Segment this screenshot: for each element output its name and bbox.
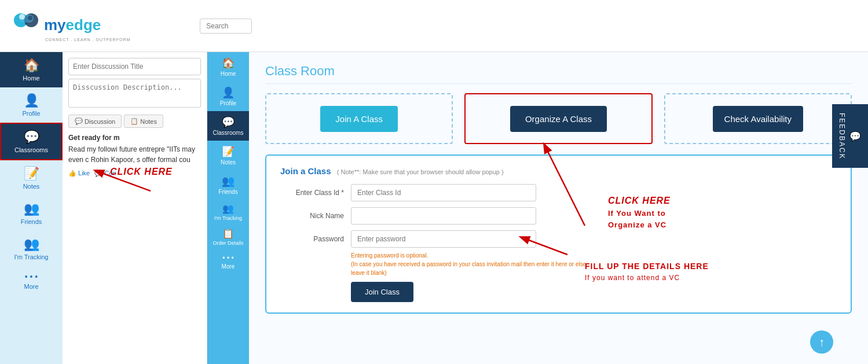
ss-item-order[interactable]: 📋 Order Details <box>207 225 249 249</box>
profile-icon: 👤 <box>24 93 39 108</box>
check-availability-button[interactable]: Check Availability <box>713 106 803 132</box>
discussion-desc-input[interactable] <box>68 79 201 108</box>
ss-item-tracking[interactable]: 👥 I'm Tracking <box>207 200 249 225</box>
join-class-submit-button[interactable]: Join Class <box>351 282 413 302</box>
feedback-tab[interactable]: 💬 FEEDBACK <box>832 104 868 168</box>
logo-edge: edge <box>66 16 101 34</box>
feedback-chat-icon: 💬 <box>849 131 862 142</box>
sidebar-item-profile[interactable]: 👤 Profile <box>0 87 63 123</box>
password-label: Password <box>280 235 344 243</box>
home-icon: 🏠 <box>24 58 39 73</box>
svg-point-3 <box>19 14 25 20</box>
password-hint: Entering password is optional. (In case … <box>351 251 594 277</box>
notes-tab-label: Notes <box>140 118 157 125</box>
ss-classrooms-label: Classrooms <box>213 130 244 136</box>
ss-home-label: Home <box>221 71 236 77</box>
ss-notes-label: Notes <box>221 159 236 166</box>
ss-item-home[interactable]: 🏠 Home <box>207 52 249 82</box>
sidebar-more-label: More <box>24 283 38 290</box>
logo-my: my <box>44 16 66 34</box>
sidebar-item-tracking[interactable]: 👥 I'm Tracking <box>0 231 63 266</box>
upload-button[interactable]: ↑ <box>810 330 833 354</box>
sidebar-home-label: Home <box>23 75 39 82</box>
search-input[interactable] <box>200 19 252 34</box>
tab-discussion[interactable]: 💬 Discussion <box>68 115 122 128</box>
organize-class-option[interactable]: Organize A Class <box>464 93 652 144</box>
logo-tagline: CONNECT . LEARN . OUTPERFORM <box>45 38 130 42</box>
sidebar-item-more[interactable]: • • • More <box>0 266 63 296</box>
page-title: Class Room <box>265 64 852 84</box>
ss-order-icon: 📋 <box>222 228 234 239</box>
ss-item-profile[interactable]: 👤 Profile <box>207 82 249 111</box>
ss-item-notes[interactable]: 📝 Notes <box>207 141 249 170</box>
ss-friends-icon: 👥 <box>222 175 235 187</box>
join-form: Join a Class ( Note**: Make sure that yo… <box>265 155 852 314</box>
main-content: Class Room Join A Class Organize A Class… <box>249 52 868 364</box>
sidebar-tracking-label: I'm Tracking <box>14 253 49 260</box>
logo: myedge CONNECT . LEARN . OUTPERFORM <box>9 10 130 42</box>
ss-friends-label: Friends <box>218 189 237 195</box>
join-class-option[interactable]: Join A Class <box>265 93 453 144</box>
sidebar-item-classrooms[interactable]: 💬 Classrooms <box>0 123 63 160</box>
logo-icon <box>9 10 43 40</box>
tab-notes[interactable]: 📋 Notes <box>124 115 163 128</box>
password-input[interactable] <box>351 230 536 248</box>
ss-notes-icon: 📝 <box>222 145 235 158</box>
svg-point-4 <box>28 16 32 20</box>
post-body: Read my followi future entrepre "IITs ma… <box>68 144 201 165</box>
middle-panel: 💬 Discussion 📋 Notes Get ready for m Rea… <box>63 52 207 364</box>
discussion-tab-icon: 💬 <box>75 117 83 125</box>
ss-more-icon: • • • <box>222 254 233 262</box>
join-form-title: Join a Class <box>280 166 331 176</box>
upload-icon: ↑ <box>819 336 825 349</box>
sidebar-notes-label: Notes <box>23 183 40 190</box>
fill-up-annotation: FILL UP THE DETAILS HERE If you want to … <box>585 260 709 283</box>
ss-classrooms-icon: 💬 <box>222 116 235 128</box>
check-availability-option[interactable]: Check Availability <box>664 93 852 144</box>
click-here-annotation-1: CLICK HERE <box>110 167 173 177</box>
like-button[interactable]: 👍 Like <box>68 170 90 177</box>
ss-home-icon: 🏠 <box>222 57 235 69</box>
ss-item-friends[interactable]: 👥 Friends <box>207 170 249 200</box>
ss-tracking-icon: 👥 <box>222 203 234 214</box>
ss-item-classrooms[interactable]: 💬 Classrooms <box>207 111 249 141</box>
nick-name-label: Nick Name <box>280 212 344 220</box>
join-class-button[interactable]: Join A Class <box>320 106 398 132</box>
second-sidebar: 🏠 Home 👤 Profile 💬 Classrooms 📝 Notes 👥 … <box>207 52 249 364</box>
post-title: Get ready for m <box>68 134 201 142</box>
click-here-annotation-2: CLICK HERE If You Want to Organize a VC <box>608 194 671 230</box>
discussion-title-input[interactable] <box>68 58 201 75</box>
nick-name-input[interactable] <box>351 207 536 225</box>
post-content: Get ready for m Read my followi future e… <box>68 134 201 165</box>
ss-more-label: More <box>222 263 235 270</box>
more-icon: • • • <box>25 272 38 281</box>
notes-tab-icon: 📋 <box>130 117 138 125</box>
discussion-tab-label: Discussion <box>85 118 115 125</box>
feedback-label: FEEDBACK <box>838 113 846 160</box>
join-form-note: ( Note**: Make sure that your browser sh… <box>337 168 504 175</box>
sidebar-item-friends[interactable]: 👥 Friends <box>0 196 63 231</box>
class-id-input[interactable] <box>351 184 536 201</box>
class-id-label: Enter Class Id * <box>280 189 344 197</box>
sidebar-item-home[interactable]: 🏠 Home <box>0 52 63 87</box>
left-sidebar: 🏠 Home 👤 Profile 💬 Classrooms 📝 Notes 👥 … <box>0 52 63 364</box>
classrooms-icon: 💬 <box>24 130 39 145</box>
ss-profile-label: Profile <box>220 100 236 106</box>
friends-icon: 👥 <box>24 201 39 216</box>
sidebar-item-notes[interactable]: 📝 Notes <box>0 160 63 196</box>
ss-order-label: Order Details <box>213 240 243 246</box>
ss-item-more[interactable]: • • • More <box>207 249 249 274</box>
ss-tracking-label: I'm Tracking <box>214 215 242 221</box>
ss-profile-icon: 👤 <box>222 86 235 99</box>
tracking-icon: 👥 <box>24 237 39 252</box>
organize-class-button[interactable]: Organize A Class <box>510 106 607 132</box>
sidebar-classrooms-label: Classrooms <box>14 146 48 153</box>
notes-icon: 📝 <box>24 166 39 181</box>
sidebar-friends-label: Friends <box>21 218 42 225</box>
sidebar-profile-label: Profile <box>22 110 40 117</box>
